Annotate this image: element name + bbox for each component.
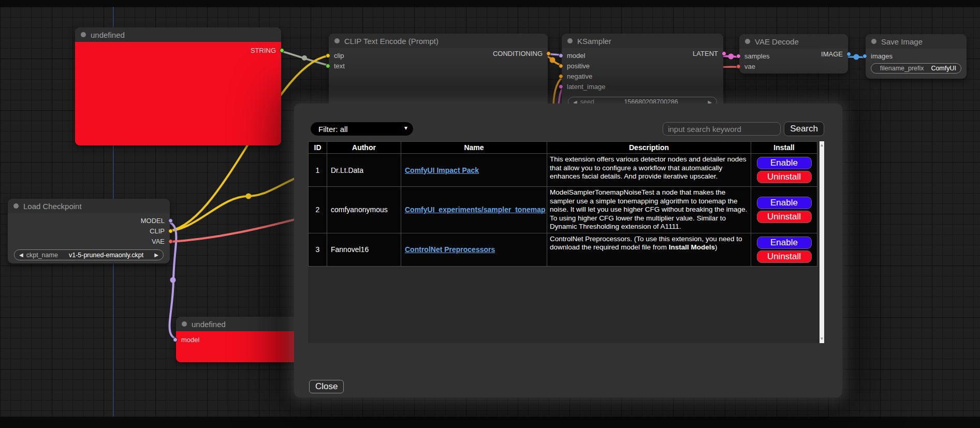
slot-dot-images[interactable] [862,54,867,58]
node-clip-text-encode[interactable]: CLIP Text Encode (Prompt) cliptext CONDI… [329,34,548,111]
node-undefined-top[interactable]: undefined STRING [75,27,281,145]
node-title-bar[interactable]: Load Checkpoint [8,199,170,213]
node-title-bar[interactable]: Save Image [866,34,967,49]
enable-button[interactable]: Enable [757,197,812,209]
slot-dot-CONDITIONING[interactable] [546,51,551,56]
slot-dot-LATENT[interactable] [722,51,726,56]
slot-latent_image: latent_image [562,81,723,92]
search-input[interactable] [663,122,781,136]
collapse-dot-icon[interactable] [81,32,86,37]
extension-name: ComfyUI_experiments/sampler_tonemap [401,187,547,233]
node-title: undefined [91,31,125,39]
slot-STRING: STRING [75,45,281,55]
scroll-down-arrow-icon[interactable]: ▼ [820,337,824,341]
extension-link[interactable]: ComfyUI Impact Pack [405,166,479,174]
slot-dot-latent_image[interactable] [559,84,563,89]
slot-label: VAE [152,238,165,245]
node-title-bar[interactable]: KSampler [562,34,723,48]
node-load-checkpoint[interactable]: Load Checkpoint MODELCLIPVAE ◀ ckpt_name… [8,199,170,263]
uninstall-button[interactable]: Uninstall [757,171,812,183]
extension-link[interactable]: ControlNet Preprocessors [405,245,495,254]
next-arrow-icon[interactable]: ▶ [154,252,158,258]
collapse-dot-icon[interactable] [13,203,19,209]
scrollbar[interactable]: ▲ ▼ [820,141,824,343]
slot-CONDITIONING: CONDITIONING [329,48,548,58]
extension-id: 1 [309,154,327,187]
slot-label: STRING [251,47,276,54]
node-title: Save Image [881,37,923,46]
slot-dot-MODEL[interactable] [168,218,173,223]
widget-value: ComfyUI [931,65,956,72]
enable-button[interactable]: Enable [757,157,812,169]
node-save-image[interactable]: Save Image images filename_prefix ComfyU… [866,34,967,79]
slot-label: images [871,52,893,60]
slot-label: negative [567,72,592,80]
slot-label: CLIP [150,227,165,235]
node-body: STRING [75,42,281,145]
scroll-up-arrow-icon[interactable]: ▲ [820,143,824,147]
node-title: CLIP Text Encode (Prompt) [344,37,438,46]
column-header-install: Install [751,142,817,154]
collapse-dot-icon[interactable] [567,38,573,43]
node-title: undefined [192,320,226,329]
extension-table-body: 1Dr.Lt.DataComfyUI Impact PackThis exten… [309,154,817,267]
collapse-dot-icon[interactable] [745,39,750,44]
slot-dot-vae[interactable] [736,64,741,69]
column-header-author: Author [327,142,401,154]
collapse-dot-icon[interactable] [182,321,187,327]
node-title-bar[interactable]: undefined [75,27,281,42]
slot-label: IMAGE [821,50,843,58]
node-vae-decode[interactable]: VAE Decode samplesvae IMAGE [739,34,848,73]
extension-install-cell: EnableUninstall [751,187,817,233]
extension-id: 2 [309,187,327,233]
extension-id: 3 [309,233,327,266]
slot-label: text [334,62,345,70]
slot-MODEL: MODEL [8,215,170,226]
slot-dot-negative[interactable] [559,74,563,79]
prev-arrow-icon[interactable]: ◀ [19,252,23,258]
filter-select[interactable]: Filter: all [311,122,413,136]
extension-author: Fannovel16 [327,233,401,266]
collapse-dot-icon[interactable] [871,39,876,44]
uninstall-button[interactable]: Uninstall [757,250,812,263]
extension-name: ComfyUI Impact Pack [401,154,547,187]
slot-dot-STRING[interactable] [280,48,284,53]
window-bottom-strip [0,417,980,428]
output-slots: CONDITIONING [329,48,548,58]
slot-dot-model[interactable] [173,337,178,342]
ckpt-name-widget[interactable]: ◀ ckpt_name v1-5-pruned-emaonly.ckpt ▶ [14,249,164,260]
slot-dot-VAE[interactable] [168,239,173,244]
slot-IMAGE: IMAGE [739,49,848,59]
slot-label: vae [744,63,755,70]
node-title-bar[interactable]: VAE Decode [739,34,848,49]
slot-text: text [329,61,548,71]
window-top-strip [0,0,980,7]
extension-table-header-row: IDAuthorNameDescriptionInstall [309,142,817,154]
widget-value: v1-5-pruned-emaonly.ckpt [61,252,151,259]
extension-install-cell: EnableUninstall [751,233,817,266]
collapse-dot-icon[interactable] [334,38,340,43]
slot-label: latent_image [567,83,605,91]
search-button[interactable]: Search [784,122,824,136]
slot-dot-text[interactable] [326,64,330,68]
slot-dot-positive[interactable] [559,64,563,68]
extension-row: 3Fannovel16ControlNet PreprocessorsContr… [309,233,817,266]
slot-dot-CLIP[interactable] [168,229,173,233]
slot-LATENT: LATENT [562,48,723,58]
comfyui-screen: undefined STRING CLIP Text Encode (Promp… [0,0,980,428]
uninstall-button[interactable]: Uninstall [757,211,812,223]
widget-label: ckpt_name [26,252,58,259]
node-title-bar[interactable]: CLIP Text Encode (Prompt) [329,34,548,48]
slot-VAE: VAE [8,236,170,246]
slot-label: CONDITIONING [493,50,543,57]
close-button[interactable]: Close [309,380,344,393]
extension-link[interactable]: ComfyUI_experiments/sampler_tonemap [405,205,546,214]
extension-list-scroll-area[interactable]: IDAuthorNameDescriptionInstall 1Dr.Lt.Da… [308,141,824,343]
extension-author: comfyanonymous [327,187,401,233]
slot-dot-IMAGE[interactable] [846,52,851,56]
node-ksampler[interactable]: KSampler modelpositivenegativelatent_ima… [562,34,723,111]
output-slots: IMAGE [739,49,848,59]
column-header-id: ID [309,142,327,154]
filename-prefix-widget[interactable]: filename_prefix ComfyUI [871,63,961,73]
enable-button[interactable]: Enable [757,237,812,249]
